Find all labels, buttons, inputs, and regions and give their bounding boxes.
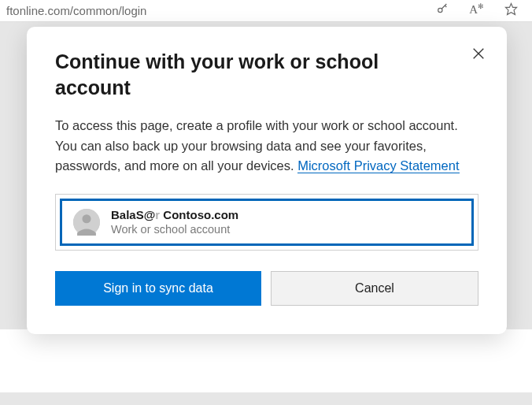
svg-marker-1 (505, 3, 516, 14)
privacy-link[interactable]: Microsoft Privacy Statement (297, 158, 459, 173)
cancel-button[interactable]: Cancel (271, 271, 478, 306)
text-size-icon[interactable]: A✻ (469, 2, 484, 19)
email-domain: Contoso.com (160, 208, 238, 221)
account-email: BalaS@r Contoso.com (111, 207, 238, 223)
avatar (73, 209, 100, 236)
svg-point-0 (438, 8, 442, 12)
account-option[interactable]: BalaS@r Contoso.com Work or school accou… (60, 199, 474, 246)
dialog-body: To access this page, create a profile wi… (55, 116, 478, 176)
close-button[interactable] (467, 43, 490, 65)
dialog-title: Continue with your work or school accoun… (55, 49, 478, 100)
account-text: BalaS@r Contoso.com Work or school accou… (111, 207, 238, 237)
person-icon (73, 209, 100, 236)
key-icon[interactable] (436, 2, 449, 19)
url-text: ftonline.com/common/login (6, 4, 436, 17)
svg-point-5 (82, 214, 91, 223)
account-card-outer: BalaS@r Contoso.com Work or school accou… (55, 194, 478, 251)
account-type: Work or school account (111, 222, 238, 237)
favorite-icon[interactable] (504, 2, 518, 19)
address-bar: ftonline.com/common/login A✻ (0, 0, 532, 22)
close-icon (471, 46, 486, 61)
sign-in-button[interactable]: Sign in to sync data (55, 271, 261, 306)
page-content (0, 329, 532, 392)
email-prefix: BalaS@ (111, 208, 155, 221)
toolbar-icons: A✻ (436, 2, 526, 19)
profile-sync-dialog: Continue with your work or school accoun… (27, 27, 507, 334)
button-row: Sign in to sync data Cancel (55, 271, 478, 306)
